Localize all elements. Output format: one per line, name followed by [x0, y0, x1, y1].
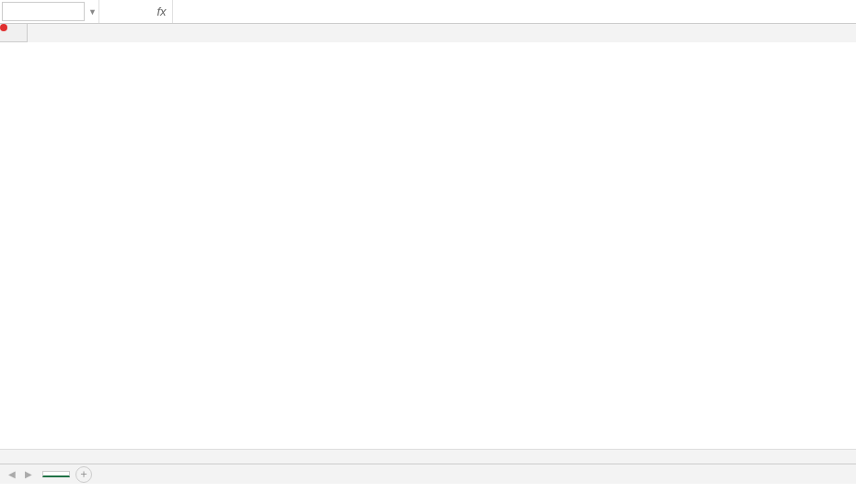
horizontal-scrollbar[interactable] [0, 449, 856, 464]
select-all-corner[interactable] [0, 24, 28, 42]
name-box-dropdown-icon[interactable]: ▼ [87, 0, 99, 23]
spreadsheet-grid: ◀ ▶ ＋ [0, 24, 856, 484]
formula-input[interactable] [173, 0, 856, 23]
sheet-tab[interactable] [42, 471, 70, 477]
sheet-tabs-bar: ◀ ▶ ＋ [0, 464, 856, 484]
tab-next-icon[interactable]: ▶ [22, 468, 35, 481]
add-sheet-icon[interactable]: ＋ [75, 466, 92, 483]
fx-icon[interactable]: fx [151, 0, 173, 23]
formula-bar: ▼ fx [0, 0, 856, 24]
name-box[interactable] [2, 2, 85, 21]
tab-prev-icon[interactable]: ◀ [6, 468, 18, 481]
column-headers [28, 24, 856, 42]
enter-icon[interactable] [125, 0, 151, 23]
cancel-icon[interactable] [99, 0, 125, 23]
